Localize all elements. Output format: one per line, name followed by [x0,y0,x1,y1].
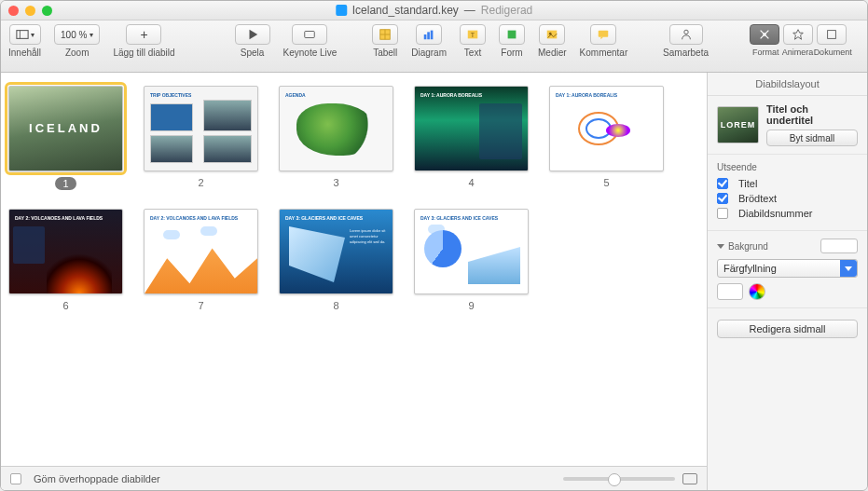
svg-rect-9 [431,31,434,40]
plus-icon: + [140,27,147,42]
slidenum-checkbox[interactable] [717,208,728,219]
background-section-label[interactable]: Bakgrund [717,239,858,253]
slide-number: 2 [198,177,203,188]
comment-button[interactable] [590,24,616,45]
bottom-bar: Göm överhoppade diabilder [1,466,707,490]
slide-item[interactable]: ICELAND 1 [8,86,123,190]
table-button[interactable] [372,24,398,45]
slide-item[interactable]: DAY 3: GLACIERS AND ICE CAVES 9 [414,209,529,311]
document-tab-label: Dokument [814,48,846,57]
slide-heading: DAY 2: VOLCANOES AND LAVA FIELDS [150,215,238,221]
zoom-window-button[interactable] [42,6,52,16]
keynote-live-button[interactable] [292,24,327,45]
slide-item[interactable]: DAY 2: VOLCANOES AND LAVA FIELDS 6 [8,209,123,311]
svg-rect-20 [828,31,836,39]
title-checkbox-label: Titel [738,178,757,189]
svg-rect-8 [427,32,430,39]
slide-thumbnail[interactable]: DAY 3: GLACIERS AND ICE CAVES [414,209,529,294]
inspector-header: Diabildslayout [708,73,867,96]
slide-item[interactable]: AGENDA 3 [279,86,393,190]
svg-rect-12 [508,31,517,39]
text-button[interactable]: T [460,24,486,45]
play-button[interactable] [235,24,270,45]
slide-thumbnail[interactable]: DAY 2: VOLCANOES AND LAVA FIELDS [144,209,258,294]
body-checkbox[interactable] [717,193,728,204]
view-menu-button[interactable]: ▾ [9,24,41,45]
animate-tab[interactable] [783,24,813,45]
master-thumbnail [717,106,759,143]
app-window: Iceland_standard.key — Redigerad ▾ Inneh… [0,0,868,491]
slide-thumbnail[interactable]: DAY 1: AURORA BOREALIS [414,86,529,171]
thumbnail-size-slider[interactable] [563,477,675,481]
svg-rect-3 [305,32,315,38]
slide-item[interactable]: DAY 2: VOLCANOES AND LAVA FIELDS 7 [144,209,258,311]
svg-marker-16 [601,37,604,40]
slide-thumbnail[interactable]: AGENDA [279,86,393,171]
slide-heading: TRIP OBJECTIVES [150,92,191,98]
hide-skipped-label: Göm överhoppade diabilder [34,473,160,484]
edited-status-label: Redigerad [481,4,532,17]
view-mode-icon[interactable] [682,473,697,484]
svg-marker-19 [793,30,804,40]
fill-color-well[interactable] [717,283,743,300]
media-button[interactable] [539,24,565,45]
title-separator: — [464,4,475,17]
title-checkbox[interactable] [717,178,728,189]
change-master-button[interactable]: Byt sidmall [766,130,858,146]
svg-rect-7 [424,34,427,39]
document-tab[interactable] [817,24,847,45]
slide-thumbnail[interactable]: DAY 3: GLACIERS AND ICE CAVES Lorem ipsu… [279,209,393,294]
background-swatch[interactable] [820,239,858,253]
table-label: Tabell [373,48,397,58]
slide-item[interactable]: DAY 3: GLACIERS AND ICE CAVES Lorem ipsu… [279,209,393,311]
svg-point-18 [763,33,766,36]
slide-thumbnail[interactable]: DAY 2: VOLCANOES AND LAVA FIELDS [8,209,123,294]
slide-number: 3 [333,177,338,188]
fill-type-select[interactable]: Färgfyllning [717,259,858,278]
format-tab-label: Format [750,48,781,57]
comment-label: Kommentar [580,48,628,58]
body-checkbox-label: Brödtext [738,193,777,204]
minimize-window-button[interactable] [25,6,35,16]
color-picker-icon[interactable] [749,283,765,300]
chart-label: Diagram [411,48,447,58]
document-title: Iceland_standard.key — Redigerad [336,4,532,17]
svg-point-17 [683,30,687,34]
slide-number: 6 [62,300,68,311]
appearance-section-label: Utseende [717,162,858,172]
slide-number: 7 [198,300,203,311]
slide-heading: AGENDA [285,92,306,98]
slide-title-overlay: ICELAND [29,121,103,135]
slide-grid-scroll[interactable]: ICELAND 1 TRIP OBJECTIVES 2 [1,73,707,466]
svg-rect-0 [16,31,27,39]
format-tab[interactable] [750,24,779,45]
add-slide-button[interactable]: + [126,24,161,45]
chart-button[interactable] [416,24,442,45]
slide-number: 9 [468,300,474,311]
zoom-menu-button[interactable]: 100 % ▾ [54,24,100,45]
disclosure-triangle-icon [717,244,724,249]
keynote-doc-icon [336,5,347,16]
close-window-button[interactable] [8,6,19,16]
light-table-view: ICELAND 1 TRIP OBJECTIVES 2 [1,73,707,490]
slide-thumbnail[interactable]: DAY 1: AURORA BOREALIS [549,86,664,171]
window-controls [8,6,52,16]
edit-master-button[interactable]: Redigera sidmall [717,320,858,338]
shape-button[interactable] [499,24,525,45]
fill-type-value: Färgfyllning [723,263,777,274]
zoom-value: 100 % [61,30,87,40]
toolbar: ▾ Innehåll 100 % ▾ Zoom + Lägg till diab… [1,20,867,73]
collaborate-button[interactable] [669,24,703,45]
slide-thumbnail[interactable]: TRIP OBJECTIVES [144,86,258,171]
slide-heading: DAY 2: VOLCANOES AND LAVA FIELDS [15,215,103,221]
slide-item[interactable]: DAY 1: AURORA BOREALIS 5 [549,86,664,190]
hide-skipped-checkbox[interactable] [10,473,21,484]
slide-thumbnail[interactable]: ICELAND [8,86,123,171]
slide-item[interactable]: DAY 1: AURORA BOREALIS 4 [414,86,529,190]
svg-text:T: T [471,32,475,38]
slide-item[interactable]: TRIP OBJECTIVES 2 [144,86,258,190]
zoom-label: Zoom [65,48,90,58]
slide-number: 1 [55,177,76,190]
media-label: Medier [538,48,567,58]
svg-rect-15 [599,31,609,37]
